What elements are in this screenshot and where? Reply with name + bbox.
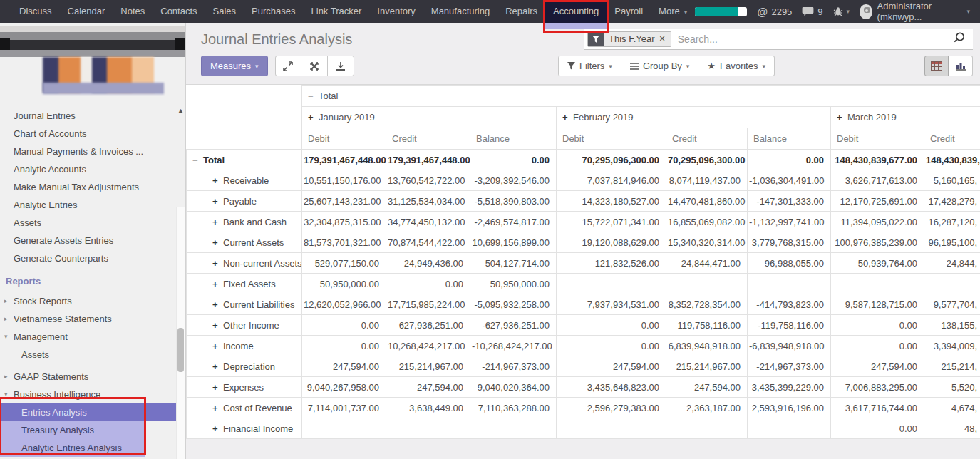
- pivot-cell[interactable]: 247,594.00: [831, 356, 924, 377]
- pivot-cell[interactable]: 148,430,839,: [924, 150, 980, 170]
- pivot-view-button[interactable]: [924, 56, 949, 76]
- topbar-menu-repairs[interactable]: Repairs: [497, 0, 545, 23]
- pivot-row-header-expenses[interactable]: +Expenses: [187, 377, 302, 398]
- pivot-cell[interactable]: 0.00: [386, 274, 470, 294]
- pivot-cell[interactable]: 7,937,934,531.00: [557, 294, 666, 315]
- search-input[interactable]: Search...: [678, 33, 953, 45]
- pivot-cell[interactable]: -1,036,304,491.00: [748, 170, 831, 191]
- sidebar-item-analytic-entries[interactable]: Analytic Entries: [0, 196, 185, 214]
- pivot-cell[interactable]: 70,295,096,300.00: [666, 150, 748, 170]
- pivot-row-header-non-current-assets[interactable]: +Non-current Assets: [187, 253, 302, 274]
- pivot-cell[interactable]: 3,617,716,744.00: [831, 398, 924, 418]
- favorites-button[interactable]: ★ Favorites ▾: [698, 56, 775, 76]
- pivot-cell[interactable]: 215,214,967.00: [386, 356, 470, 377]
- pivot-row-header-depreciation[interactable]: +Depreciation: [187, 356, 302, 377]
- pivot-cell[interactable]: -10,268,424,217.00: [470, 336, 557, 356]
- topbar-menu-calendar[interactable]: Calendar: [60, 0, 113, 23]
- pivot-cell[interactable]: 96,988,055.00: [748, 253, 831, 274]
- pivot-cell[interactable]: 10,699,156,899.00: [470, 232, 557, 253]
- sidebar-item-analytic-entries-analysis[interactable]: Analytic Entries Analysis: [0, 439, 145, 457]
- pivot-cell[interactable]: 215,214,967.00: [666, 356, 748, 377]
- sidebar-item-chart-of-accounts[interactable]: Chart of Accounts: [0, 125, 185, 143]
- pivot-cell[interactable]: -214,967,373.00: [470, 356, 557, 377]
- pivot-measure-january-2019-credit[interactable]: Credit: [386, 128, 470, 150]
- pivot-cell[interactable]: 0.00: [748, 150, 831, 170]
- sidebar-item-assets[interactable]: Assets: [0, 214, 185, 232]
- pivot-cell[interactable]: 627,936,251.00: [386, 315, 470, 336]
- pivot-cell[interactable]: -6,839,948,918.00: [748, 336, 831, 356]
- topbar-menu-sales[interactable]: Sales: [205, 0, 244, 23]
- pivot-cell[interactable]: 48,: [924, 418, 980, 439]
- pivot-cell[interactable]: 70,295,096,300.00: [557, 150, 666, 170]
- pivot-cell[interactable]: 11,394,095,022.00: [831, 212, 924, 232]
- pivot-cell[interactable]: 24,949,436.00: [386, 253, 470, 274]
- sidebar-item-make-manual-tax-adjustments[interactable]: Make Manual Tax Adjustments: [0, 178, 185, 196]
- pivot-cell[interactable]: 0.00: [831, 315, 924, 336]
- pivot-row-header-cost-of-revenue[interactable]: +Cost of Revenue: [187, 398, 302, 418]
- pivot-cell[interactable]: -414,793,823.00: [748, 294, 831, 315]
- pivot-cell[interactable]: -119,758,116.00: [748, 315, 831, 336]
- group-by-button[interactable]: Group By ▾: [621, 56, 698, 76]
- search-bar[interactable]: This F.Year ✕ Search...: [584, 29, 973, 50]
- pivot-cell[interactable]: 12,170,725,691.00: [831, 191, 924, 212]
- pivot-cell[interactable]: 19,120,088,629.00: [557, 232, 666, 253]
- pivot-cell[interactable]: 50,939,764.00: [831, 253, 924, 274]
- pivot-cell[interactable]: 148,430,839,677.00: [831, 150, 924, 170]
- pivot-cell[interactable]: -627,936,251.00: [470, 315, 557, 336]
- pivot-cell[interactable]: 3,394,009,: [924, 336, 980, 356]
- pivot-cell[interactable]: 179,391,467,448.00: [386, 150, 470, 170]
- messages-counter[interactable]: 9: [802, 6, 822, 17]
- pivot-cell[interactable]: 247,594.00: [666, 377, 748, 398]
- facet-remove-icon[interactable]: ✕: [659, 34, 666, 43]
- expand-all-button[interactable]: [301, 56, 328, 76]
- pivot-cell[interactable]: [557, 418, 666, 439]
- user-menu[interactable]: Administrator (mknwyp... ▾: [860, 1, 970, 22]
- pivot-cell[interactable]: 2,593,916,196.00: [748, 398, 831, 418]
- pivot-cell[interactable]: 6,839,948,918.00: [666, 336, 748, 356]
- pivot-measure-february-2019-debit[interactable]: Debit: [557, 128, 666, 150]
- sidebar-item-business-intelligence[interactable]: ▾Business Intelligence: [0, 386, 185, 403]
- pivot-cell[interactable]: 12,620,052,966.00: [302, 294, 386, 315]
- pivot-cell[interactable]: 0.00: [302, 315, 386, 336]
- pivot-cell[interactable]: -2,469,574,817.00: [470, 212, 557, 232]
- pivot-row-header-current-liabilities[interactable]: +Current Liabilities: [187, 294, 302, 315]
- pivot-cell[interactable]: [748, 418, 831, 439]
- pivot-cell[interactable]: 247,594.00: [557, 356, 666, 377]
- pivot-cell[interactable]: [470, 418, 557, 439]
- pivot-cell[interactable]: 121,832,526.00: [557, 253, 666, 274]
- pivot-cell[interactable]: 9,040,267,958.00: [302, 377, 386, 398]
- topbar-menu-notes[interactable]: Notes: [113, 0, 153, 23]
- debug-menu[interactable]: ▾: [833, 6, 850, 16]
- pivot-cell[interactable]: -5,518,390,803.00: [470, 191, 557, 212]
- pivot-cell[interactable]: 7,037,814,946.00: [557, 170, 666, 191]
- pivot-cell[interactable]: 7,114,001,737.00: [302, 398, 386, 418]
- pivot-cell[interactable]: [302, 418, 386, 439]
- pivot-cell[interactable]: 24,844,471.00: [666, 253, 748, 274]
- sidebar-item-gaap-statements[interactable]: ▸GAAP Statements: [0, 368, 185, 386]
- pivot-cell[interactable]: [666, 274, 748, 294]
- pivot-measure-march-2019-debit[interactable]: Debit: [831, 128, 924, 150]
- pivot-cell[interactable]: 247,594.00: [386, 377, 470, 398]
- pivot-row-header-fixed-assets[interactable]: +Fixed Assets: [187, 274, 302, 294]
- pivot-cell[interactable]: 7,006,883,295.00: [831, 377, 924, 398]
- sidebar-item-assets[interactable]: Assets: [0, 346, 185, 363]
- pivot-cell[interactable]: 10,268,424,217.00: [386, 336, 470, 356]
- pivot-cell[interactable]: 15,722,071,341.00: [557, 212, 666, 232]
- pivot-col-group-march-2019[interactable]: +March 2019: [831, 107, 980, 128]
- topbar-menu-accounting[interactable]: Accounting: [545, 0, 607, 23]
- pivot-row-header-total[interactable]: −Total: [187, 150, 302, 170]
- sidebar-item-generate-counterparts[interactable]: Generate Counterparts: [0, 249, 185, 267]
- sidebar-item-manual-payments-invoices[interactable]: Manual Payments & Invoices ...: [0, 143, 185, 160]
- pivot-cell[interactable]: 8,074,119,437.00: [666, 170, 748, 191]
- pivot-row-header-income[interactable]: +Income: [187, 336, 302, 356]
- pivot-row-header-current-assets[interactable]: +Current Assets: [187, 232, 302, 253]
- pivot-cell[interactable]: 3,435,646,823.00: [557, 377, 666, 398]
- pivot-cell[interactable]: -147,301,333.00: [748, 191, 831, 212]
- pivot-row-header-financial-income[interactable]: +Financial Income: [187, 418, 302, 439]
- scroll-up-icon[interactable]: ▲: [177, 107, 184, 114]
- pivot-cell[interactable]: 100,976,385,239.00: [831, 232, 924, 253]
- topbar-menu-contacts[interactable]: Contacts: [153, 0, 205, 23]
- sidebar-item-journal-entries[interactable]: Journal Entries: [0, 107, 185, 125]
- flip-axis-button[interactable]: [275, 56, 301, 76]
- pivot-cell[interactable]: 17,428,279,: [924, 191, 980, 212]
